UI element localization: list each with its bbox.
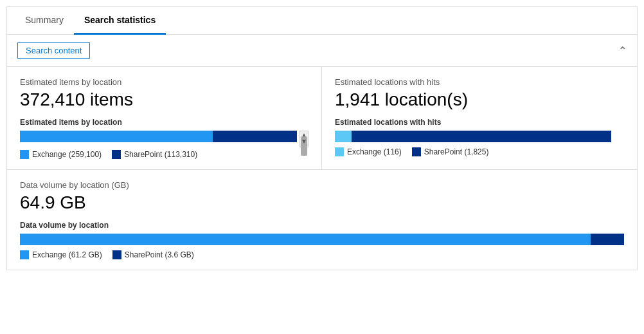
data-volume-section: Data volume by location (GB) 64.9 GB Dat… — [7, 170, 637, 270]
volume-sharepoint-legend-label: SharePoint (3.6 GB) — [125, 250, 194, 259]
items-sharepoint-bar — [213, 131, 297, 142]
sharepoint-color-swatch — [112, 150, 121, 159]
locations-bar-container — [335, 131, 611, 142]
locations-sharepoint-bar — [352, 131, 611, 142]
locations-sharepoint-color-swatch — [412, 147, 421, 156]
items-bar-container — [20, 131, 297, 142]
locations-exchange-bar — [335, 131, 352, 142]
locations-label: Estimated locations with hits — [335, 77, 624, 87]
volume-value: 64.9 GB — [20, 192, 624, 213]
exchange-color-swatch — [20, 150, 29, 159]
volume-legend: Exchange (61.2 GB) SharePoint (3.6 GB) — [20, 250, 624, 259]
items-bar-area: ▲ ▼ — [20, 131, 309, 147]
items-exchange-legend: Exchange (259,100) — [20, 150, 102, 159]
volume-sharepoint-swatch — [112, 250, 121, 259]
locations-sharepoint-legend: SharePoint (1,825) — [412, 147, 489, 156]
volume-exchange-legend: Exchange (61.2 GB) — [20, 250, 102, 259]
locations-exchange-legend: Exchange (116) — [335, 147, 402, 156]
volume-sharepoint-bar — [591, 234, 624, 245]
items-exchange-legend-label: Exchange (259,100) — [32, 150, 102, 159]
volume-bar-label: Data volume by location — [20, 221, 624, 230]
items-sharepoint-legend-label: SharePoint (113,310) — [124, 150, 197, 159]
stats-grid: Estimated items by location 372,410 item… — [7, 67, 637, 170]
tab-search-statistics[interactable]: Search statistics — [74, 7, 166, 35]
exchange-light-color-swatch — [335, 147, 344, 156]
locations-legend: Exchange (116) SharePoint (1,825) — [335, 147, 624, 156]
search-content-button[interactable]: Search content — [17, 42, 90, 59]
locations-with-hits-panel: Estimated locations with hits 1,941 loca… — [322, 67, 637, 169]
tab-bar: Summary Search statistics — [7, 7, 637, 35]
volume-exchange-swatch — [20, 250, 29, 259]
locations-exchange-legend-label: Exchange (116) — [347, 147, 402, 156]
collapse-icon[interactable]: ⌃ — [618, 44, 627, 57]
bar-scrollbar[interactable]: ▲ ▼ — [300, 131, 309, 147]
items-by-location-panel: Estimated items by location 372,410 item… — [7, 67, 322, 169]
locations-sharepoint-legend-label: SharePoint (1,825) — [424, 147, 489, 156]
locations-bar-label: Estimated locations with hits — [335, 118, 624, 127]
volume-sharepoint-legend: SharePoint (3.6 GB) — [112, 250, 194, 259]
items-sharepoint-legend: SharePoint (113,310) — [112, 150, 197, 159]
scroll-down-icon[interactable]: ▼ — [301, 138, 307, 145]
items-label: Estimated items by location — [20, 77, 309, 87]
items-bar-label: Estimated items by location — [20, 118, 309, 127]
volume-exchange-legend-label: Exchange (61.2 GB) — [32, 250, 102, 259]
items-legend: Exchange (259,100) SharePoint (113,310) — [20, 150, 309, 159]
volume-label: Data volume by location (GB) — [20, 180, 624, 190]
section-header: Search content ⌃ — [7, 35, 637, 67]
tab-summary[interactable]: Summary — [15, 7, 74, 35]
items-bar-chart — [20, 131, 297, 147]
volume-exchange-bar — [20, 234, 591, 245]
items-value: 372,410 items — [20, 89, 309, 110]
items-exchange-bar — [20, 131, 213, 142]
locations-value: 1,941 location(s) — [335, 89, 624, 110]
volume-bar-container — [20, 234, 624, 245]
main-container: Summary Search statistics Search content… — [6, 6, 638, 270]
